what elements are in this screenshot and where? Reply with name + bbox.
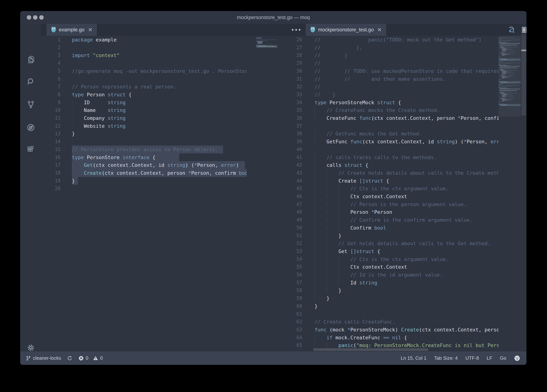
code-line: 34type PersonStoreMock struct {: [278, 99, 499, 106]
open-changes-search-icon[interactable]: [507, 26, 516, 34]
code-line: 58 }: [278, 287, 499, 294]
tab-close-icon[interactable]: ✕: [377, 27, 382, 33]
settings-gear-icon[interactable]: [27, 344, 35, 352]
code-line: 61: [278, 310, 499, 318]
code-line: 46 Ctx context.Context: [278, 193, 499, 200]
line-number: 3: [41, 51, 61, 59]
line-number: 8: [41, 91, 61, 99]
line-number: 5: [41, 67, 61, 75]
code-line: 7// Person represents a real person.: [41, 83, 247, 91]
code-line: 65 panic("moq: PersonStoreMock.CreateFun…: [278, 341, 499, 349]
tab-bar: example.go ✕ mockpersonstore_test.go ✕: [41, 24, 526, 36]
code-line: 56 // Id is the id argument value.: [278, 271, 499, 279]
editor-mockpersonstore-test-go[interactable]: 26// panic("TODO: mock out the Get metho…: [278, 36, 499, 351]
code-line: 51 }: [278, 232, 499, 240]
line-number: 16: [41, 153, 61, 161]
line-number: 18: [41, 169, 61, 177]
sync-button[interactable]: [67, 356, 72, 361]
eol-sequence[interactable]: LF: [487, 355, 492, 361]
debug-icon[interactable]: [27, 123, 35, 132]
code-line: 64 if mock.CreateFunc == nil {: [278, 334, 499, 342]
split-editor-icon[interactable]: [521, 26, 526, 34]
line-number: 11: [41, 114, 61, 122]
code-line: 28// }: [278, 51, 499, 59]
line-number: 32: [278, 83, 302, 91]
line-number: 19: [41, 177, 61, 185]
code-line: 9 ID string: [41, 99, 247, 106]
line-number: 42: [278, 161, 302, 169]
line-number: 54: [278, 255, 302, 263]
code-line: 40: [278, 145, 499, 153]
code-line: 36 CreateFunc func(ctx context.Context, …: [278, 114, 499, 122]
line-number: 62: [278, 318, 302, 326]
tab-close-icon[interactable]: ✕: [88, 27, 92, 33]
code-line: 39 GetFunc func(ctx context.Context, id …: [278, 138, 499, 145]
explorer-icon[interactable]: [27, 55, 35, 64]
code-line: 12 Website string: [41, 122, 247, 130]
language-mode[interactable]: Go: [500, 355, 506, 361]
line-number: 41: [278, 153, 302, 161]
editor-example-go[interactable]: 1package example23import "context"45//go…: [41, 36, 247, 351]
code-line: 15// PersonStore provides access to Pers…: [41, 145, 247, 153]
code-line: 3import "context": [41, 51, 247, 59]
go-gopher-icon: [310, 27, 315, 33]
line-number: 55: [278, 263, 302, 271]
line-number: 4: [41, 59, 61, 67]
code-line: 37: [278, 122, 499, 130]
branch-indicator[interactable]: cleaner-locks: [26, 355, 61, 361]
go-gopher-icon: [51, 27, 56, 33]
tab-mockpersonstore-test-go[interactable]: mockpersonstore_test.go ✕: [306, 24, 386, 36]
minimap-left[interactable]: [256, 36, 277, 351]
line-number: 34: [278, 99, 302, 106]
code-line: 60}: [278, 302, 499, 310]
line-number: 10: [41, 106, 61, 114]
line-number: 33: [278, 91, 302, 99]
encoding[interactable]: UTF-8: [465, 355, 479, 361]
tab-label: example.go: [59, 27, 85, 33]
extensions-icon[interactable]: [27, 145, 35, 154]
problems-indicator[interactable]: 0 0: [78, 355, 103, 361]
code-line: 4: [41, 59, 247, 67]
horizontal-scrollbar[interactable]: [314, 348, 428, 351]
code-line: 43 // Create holds details about calls t…: [278, 169, 499, 177]
status-bar: cleaner-locks 0 0 Ln 15,: [20, 351, 526, 365]
line-number: 27: [278, 44, 302, 52]
code-line: 55 Ctx context.Context: [278, 263, 499, 271]
line-number: 29: [278, 59, 302, 67]
minimap-slider[interactable]: [499, 36, 520, 117]
line-number: 60: [278, 302, 302, 310]
search-icon[interactable]: [27, 77, 35, 86]
cursor-position[interactable]: Ln 15, Col 1: [401, 355, 426, 361]
indentation[interactable]: Tab Size: 4: [434, 355, 458, 361]
code-line: 45 // Ctx is the ctx argument value.: [278, 185, 499, 193]
source-control-icon[interactable]: [27, 100, 35, 109]
line-number: 51: [278, 232, 302, 240]
scrollbar-decoration: [521, 49, 526, 51]
code-line: 17 Get(ctx context.Context, id string) (…: [41, 161, 247, 169]
code-line: 57 Id string: [278, 279, 499, 287]
code-line: 52 // Get holds details about calls to t…: [278, 240, 499, 248]
code-line: 26// panic("TODO: mock out the Get metho…: [278, 36, 499, 44]
code-line: 20: [41, 185, 247, 193]
code-line: 32//: [278, 83, 499, 91]
vertical-scrollbar[interactable]: [521, 34, 526, 116]
line-number: 15: [41, 145, 61, 153]
vscode-window: mockpersonstore_test.go — moq: [20, 11, 526, 365]
line-number: 12: [41, 122, 61, 130]
code-line: 53 Get []struct {: [278, 248, 499, 255]
line-number: 52: [278, 240, 302, 248]
line-number: 7: [41, 83, 61, 91]
feedback-smiley-icon[interactable]: [514, 355, 520, 361]
line-number: 14: [41, 138, 61, 145]
code-line: 31// // and then make assertions.: [278, 75, 499, 83]
line-number: 48: [278, 208, 302, 216]
line-number: 63: [278, 326, 302, 334]
tab-example-go[interactable]: example.go ✕: [46, 24, 97, 36]
code-line: 18 Create(ctx context.Context, person *P…: [41, 169, 247, 177]
code-line: 5//go:generate moq -out mockpersonstore_…: [41, 67, 247, 75]
line-number: 38: [278, 130, 302, 138]
line-number: 26: [278, 36, 302, 44]
code-line: 49 // Confirm is the confirm argument va…: [278, 216, 499, 224]
left-group-more-actions-icon[interactable]: [292, 29, 301, 31]
code-line: 16type PersonStore interface {: [41, 153, 247, 161]
